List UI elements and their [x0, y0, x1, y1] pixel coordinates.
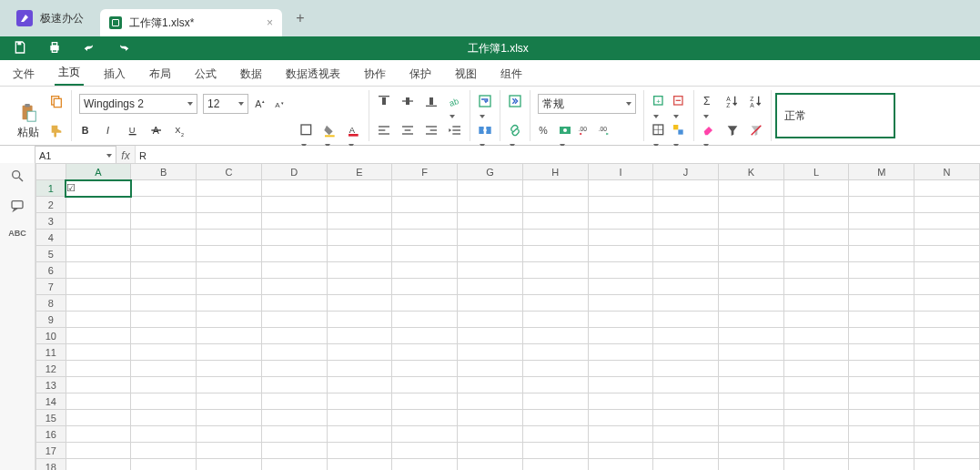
svg-text:.00: .00 [579, 126, 588, 132]
col-header-C[interactable]: C [197, 164, 262, 167]
sort-asc-icon[interactable]: AZ [725, 94, 740, 108]
indent-icon[interactable] [448, 123, 462, 138]
svg-point-50 [563, 128, 567, 132]
redo-icon[interactable] [116, 40, 131, 57]
svg-text:ab: ab [448, 97, 460, 108]
svg-rect-21 [301, 125, 311, 135]
group-editing: Σ AZ ZA [694, 90, 772, 141]
insert-function-icon[interactable] [508, 94, 522, 108]
align-middle-icon[interactable] [400, 94, 415, 108]
font-family-select[interactable]: Wingdings 2 [79, 94, 197, 114]
name-box[interactable]: A1 [35, 146, 116, 165]
svg-text:A: A [255, 98, 262, 109]
number-format-select[interactable]: 常规 [538, 94, 636, 114]
insert-cells-icon[interactable]: + [652, 94, 666, 108]
svg-text:▴: ▴ [262, 98, 265, 104]
col-header-E[interactable]: E [327, 164, 392, 167]
sheet-area: ABC ABCDEFGHIJKLMN1☑23456789101112131415… [0, 163, 980, 166]
file-tab[interactable]: 工作簿1.xlsx* × [100, 9, 282, 36]
menu-布局[interactable]: 布局 [146, 66, 175, 86]
menu-插入[interactable]: 插入 [100, 66, 129, 86]
col-header-B[interactable]: B [131, 164, 197, 167]
sort-desc-icon[interactable]: ZA [749, 94, 763, 108]
italic-icon[interactable]: I [103, 123, 117, 138]
col-header-K[interactable]: K [718, 164, 783, 167]
border-icon[interactable] [299, 123, 314, 138]
col-header-H[interactable]: H [522, 164, 588, 167]
menu-组件[interactable]: 组件 [497, 66, 526, 86]
clear-filter-icon[interactable] [749, 123, 763, 138]
new-tab-button[interactable]: + [282, 0, 318, 36]
col-header-F[interactable]: F [392, 164, 458, 167]
menu-数据透视表[interactable]: 数据透视表 [282, 66, 344, 86]
svg-text:A: A [750, 102, 754, 108]
close-tab-button[interactable]: × [267, 16, 273, 29]
align-top-icon[interactable] [377, 94, 391, 108]
col-header-I[interactable]: I [588, 164, 653, 167]
group-cells: + [644, 90, 694, 141]
font-size-select[interactable]: 12 [203, 94, 248, 114]
undo-icon[interactable] [82, 40, 96, 57]
save-icon[interactable] [13, 40, 27, 57]
app-tab[interactable]: 极速办公 [0, 0, 100, 36]
svg-rect-5 [25, 104, 29, 107]
print-icon[interactable] [47, 40, 62, 57]
format-painter-icon[interactable] [49, 123, 64, 138]
svg-text:+: + [656, 97, 661, 106]
bold-icon[interactable]: B [79, 123, 94, 138]
delete-cells-icon[interactable] [672, 94, 686, 108]
select-all-corner[interactable] [36, 164, 66, 167]
underline-icon[interactable]: U [126, 123, 141, 138]
filter-icon[interactable] [725, 123, 740, 138]
align-right-icon[interactable] [424, 123, 439, 138]
group-alignment: ab [369, 90, 470, 141]
svg-rect-60 [673, 125, 678, 129]
col-header-M[interactable]: M [849, 164, 914, 167]
menu-视图[interactable]: 视图 [451, 66, 480, 86]
menu-主页[interactable]: 主页 [55, 65, 84, 86]
strikethrough-icon[interactable]: A [150, 123, 165, 138]
col-header-N[interactable]: N [914, 164, 980, 167]
merge-cells-icon[interactable] [478, 123, 492, 138]
svg-rect-24 [349, 134, 359, 137]
paste-button[interactable]: 粘贴 [13, 91, 44, 140]
grid[interactable]: ABCDEFGHIJKLMN1☑234567891011121314151617… [35, 163, 980, 166]
menu-数据[interactable]: 数据 [237, 66, 266, 86]
col-header-A[interactable]: A [66, 164, 131, 167]
align-center-icon[interactable] [400, 123, 415, 138]
col-header-L[interactable]: L [783, 164, 849, 167]
subscript-icon[interactable]: X2 [174, 123, 188, 138]
formula-input[interactable]: R [135, 146, 980, 165]
svg-text:U: U [129, 126, 136, 135]
hyperlink-icon[interactable] [508, 123, 522, 138]
increase-decimal-icon[interactable]: .00 [598, 123, 612, 138]
menu-公式[interactable]: 公式 [191, 66, 220, 86]
align-bottom-icon[interactable] [424, 94, 439, 108]
col-header-G[interactable]: G [458, 164, 523, 167]
clear-icon[interactable] [702, 123, 716, 138]
menu-保护[interactable]: 保护 [406, 66, 435, 86]
fx-icon[interactable]: fx [116, 149, 135, 162]
autosum-icon[interactable]: Σ [702, 94, 716, 108]
currency-icon[interactable] [558, 123, 572, 138]
copy-icon[interactable] [49, 94, 64, 108]
svg-rect-8 [54, 98, 61, 107]
font-color-icon[interactable]: A [347, 123, 361, 138]
menu-协作[interactable]: 协作 [360, 66, 389, 86]
increase-font-icon[interactable]: A▴ [254, 97, 268, 111]
group-merge [470, 90, 500, 141]
menu-文件[interactable]: 文件 [9, 66, 38, 86]
decrease-decimal-icon[interactable]: .00 [578, 123, 592, 138]
percent-icon[interactable]: % [538, 123, 552, 138]
col-header-D[interactable]: D [261, 164, 327, 167]
status-style-box[interactable]: 正常 [775, 93, 895, 138]
format-cells-icon[interactable] [652, 123, 666, 138]
orientation-icon[interactable]: ab [448, 94, 462, 108]
col-header-J[interactable]: J [653, 164, 719, 167]
decrease-font-icon[interactable]: A▾ [274, 97, 288, 111]
fill-color-icon[interactable] [323, 123, 338, 138]
svg-text:A: A [275, 101, 280, 109]
cell-styles-icon[interactable] [672, 123, 686, 138]
align-left-icon[interactable] [377, 123, 391, 138]
wrap-text-icon[interactable] [478, 94, 492, 108]
